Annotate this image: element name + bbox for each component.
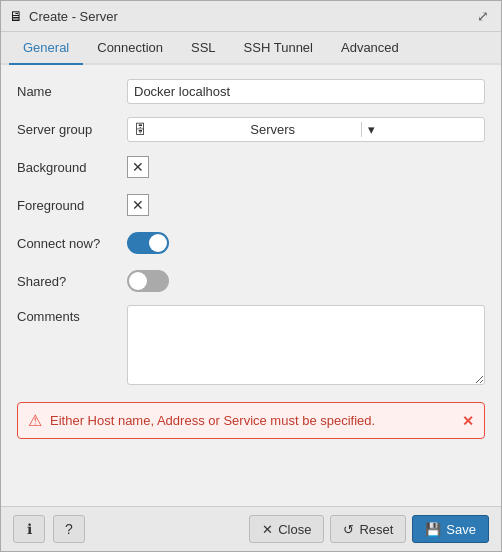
close-label: Close (278, 522, 311, 537)
shared-row: Shared? (17, 267, 485, 295)
name-label: Name (17, 84, 127, 99)
form-content: Name Server group 🗄 Servers ▾ Background… (1, 65, 501, 506)
info-icon: ℹ (27, 521, 32, 537)
server-icon: 🖥 (9, 8, 23, 24)
main-window: 🖥 Create - Server ⤢ General Connection S… (0, 0, 502, 552)
help-button[interactable]: ? (53, 515, 85, 543)
name-row: Name (17, 77, 485, 105)
comments-textarea[interactable] (127, 305, 485, 385)
tab-ssl[interactable]: SSL (177, 32, 230, 65)
tab-general[interactable]: General (9, 32, 83, 65)
shared-label: Shared? (17, 274, 127, 289)
comments-row: Comments (17, 305, 485, 388)
connect-now-toggle[interactable] (127, 232, 169, 254)
footer-right: ✕ Close ↺ Reset 💾 Save (249, 515, 489, 543)
footer-left: ℹ ? (13, 515, 85, 543)
comments-control (127, 305, 485, 388)
save-icon: 💾 (425, 522, 441, 537)
tab-connection[interactable]: Connection (83, 32, 177, 65)
background-checkbox[interactable]: ✕ (127, 156, 149, 178)
connect-now-row: Connect now? (17, 229, 485, 257)
reset-icon: ↺ (343, 522, 354, 537)
error-bar: ⚠ Either Host name, Address or Service m… (17, 402, 485, 439)
background-control: ✕ (127, 156, 485, 178)
connect-now-label: Connect now? (17, 236, 127, 251)
close-icon: ✕ (262, 522, 273, 537)
server-group-value: Servers (250, 122, 360, 137)
reset-label: Reset (359, 522, 393, 537)
comments-label: Comments (17, 305, 127, 324)
shared-toggle[interactable] (127, 270, 169, 292)
window-title: Create - Server (29, 9, 118, 24)
info-button[interactable]: ℹ (13, 515, 45, 543)
close-button[interactable]: ✕ Close (249, 515, 324, 543)
shared-control (127, 270, 485, 292)
connect-now-control (127, 232, 485, 254)
titlebar-controls: ⤢ (473, 6, 493, 26)
help-icon: ? (65, 521, 73, 537)
foreground-label: Foreground (17, 198, 127, 213)
tab-bar: General Connection SSL SSH Tunnel Advanc… (1, 32, 501, 65)
name-control (127, 79, 485, 104)
server-group-icon: 🗄 (134, 122, 244, 137)
tab-advanced[interactable]: Advanced (327, 32, 413, 65)
foreground-checkbox[interactable]: ✕ (127, 194, 149, 216)
tab-ssh-tunnel[interactable]: SSH Tunnel (230, 32, 327, 65)
titlebar: 🖥 Create - Server ⤢ (1, 1, 501, 32)
save-label: Save (446, 522, 476, 537)
reset-button[interactable]: ↺ Reset (330, 515, 406, 543)
foreground-row: Foreground ✕ (17, 191, 485, 219)
server-group-label: Server group (17, 122, 127, 137)
save-button[interactable]: 💾 Save (412, 515, 489, 543)
shared-slider (127, 270, 169, 292)
name-input[interactable] (127, 79, 485, 104)
dropdown-arrow-icon: ▾ (361, 122, 478, 137)
titlebar-left: 🖥 Create - Server (9, 8, 118, 24)
foreground-control: ✕ (127, 194, 485, 216)
error-message: Either Host name, Address or Service mus… (50, 413, 454, 428)
footer: ℹ ? ✕ Close ↺ Reset 💾 Save (1, 506, 501, 551)
server-group-select[interactable]: 🗄 Servers ▾ (127, 117, 485, 142)
error-warning-icon: ⚠ (28, 411, 42, 430)
server-group-control: 🗄 Servers ▾ (127, 117, 485, 142)
server-group-row: Server group 🗄 Servers ▾ (17, 115, 485, 143)
background-row: Background ✕ (17, 153, 485, 181)
connect-now-slider (127, 232, 169, 254)
background-label: Background (17, 160, 127, 175)
expand-button[interactable]: ⤢ (473, 6, 493, 26)
error-close-button[interactable]: ✕ (462, 413, 474, 429)
